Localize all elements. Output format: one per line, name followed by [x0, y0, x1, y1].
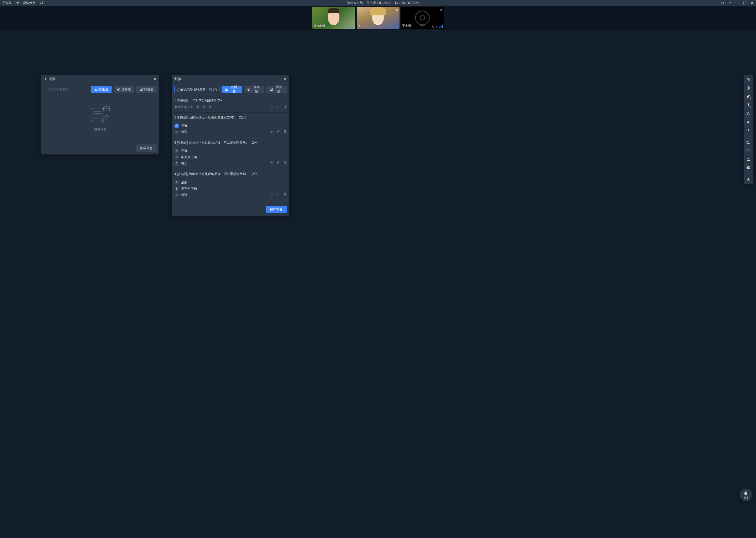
option-badge: A — [174, 148, 179, 153]
save-quiz-button[interactable]: 保存试卷 — [266, 206, 287, 213]
signal-icon — [351, 25, 354, 28]
quiz-title-input[interactable] — [44, 86, 89, 93]
question-option[interactable]: A正确 — [174, 124, 187, 128]
svg-point-1 — [730, 2, 731, 3]
short-answer-type-button[interactable]: 简答题 — [266, 86, 287, 93]
mic-muted-icon — [431, 25, 435, 28]
option-badge: C — [174, 161, 179, 166]
svg-rect-0 — [721, 2, 723, 4]
panel-close-icon[interactable] — [283, 77, 287, 81]
panel-close-icon[interactable] — [153, 77, 157, 81]
option-badge: B — [174, 186, 179, 191]
back-icon[interactable] — [44, 77, 47, 81]
settings-icon[interactable] — [728, 1, 732, 5]
eraser-tool-icon[interactable] — [746, 119, 751, 124]
pointer-tool-icon[interactable] — [746, 77, 751, 82]
option-badge: A — [174, 124, 179, 128]
video-tile-student[interactable]: 王小明 — [401, 7, 444, 28]
svg-rect-20 — [95, 88, 97, 90]
edit-icon[interactable] — [276, 192, 280, 196]
camera-icon — [391, 25, 395, 28]
quiz-title-input[interactable] — [174, 86, 219, 93]
question-title: 2 [判断题] 我国宪法上一次更新是在2020年。（2分） — [174, 115, 287, 120]
top-bar: 丢包率：0% 网络状态：良好 神秘大自然 已上课：02:34:09 ID：202… — [0, 0, 756, 6]
option-text: 正确 — [181, 124, 187, 128]
fullscreen-icon[interactable] — [743, 1, 746, 5]
svg-point-43 — [748, 167, 748, 168]
svg-rect-12 — [397, 26, 397, 27]
scissors-tool-icon[interactable] — [746, 111, 751, 116]
option-badge: A — [174, 180, 179, 185]
pen-tool-icon[interactable] — [746, 94, 751, 99]
choice-type-button[interactable]: 选择题 — [244, 86, 264, 93]
video-name: Nina — [358, 25, 364, 28]
session-id: ID：2020070324 — [395, 1, 419, 5]
question-option[interactable]: C错译 — [174, 192, 187, 197]
svg-rect-17 — [436, 26, 437, 27]
delete-icon[interactable] — [283, 192, 287, 196]
question-option[interactable]: A是的 — [174, 180, 187, 185]
choice-type-button[interactable]: 选择题 — [114, 86, 134, 93]
option-text: 是的 — [181, 180, 187, 185]
side-toolbar — [744, 75, 753, 185]
judge-type-button[interactable]: 判断题 — [91, 86, 112, 93]
empty-state: 暂无试题 — [41, 96, 159, 141]
chat-icon[interactable] — [746, 165, 751, 170]
question-title: 3 [单选题] 施华洛世奇是反华品牌，所以梁鼎琪反华。（2分） — [174, 140, 287, 145]
toolbox-icon[interactable] — [746, 148, 751, 153]
edit-icon[interactable] — [276, 130, 280, 133]
question-option[interactable]: A正确 — [174, 148, 187, 153]
question-option[interactable]: B不完全正确 — [174, 155, 197, 159]
option-text: 错译 — [181, 193, 187, 197]
move-tool-icon[interactable] — [746, 86, 751, 90]
delete-icon[interactable] — [283, 161, 287, 164]
svg-point-29 — [106, 108, 107, 109]
bell-icon[interactable] — [746, 178, 751, 182]
minimize-icon[interactable] — [735, 1, 739, 5]
text-tool-icon[interactable] — [746, 102, 751, 107]
record-icon[interactable] — [721, 1, 725, 5]
judge-type-button[interactable]: 判断题 — [221, 86, 242, 93]
move-icon[interactable] — [269, 161, 273, 164]
question-title: 1 [简答题] 一年四季分别是哪四季? — [174, 98, 287, 103]
close-icon[interactable] — [750, 1, 754, 5]
short-answer-type-button[interactable]: 简答题 — [136, 86, 157, 93]
video-tile-student[interactable]: Nina — [357, 7, 400, 28]
svg-point-38 — [748, 129, 749, 131]
user-icon[interactable] — [746, 157, 751, 162]
question-item: 1 [简答题] 一年四季分别是哪四季?参考答案：春、夏、秋、冬 — [174, 96, 287, 113]
mic-icon — [395, 25, 399, 28]
save-quiz-button[interactable]: 保存试卷 — [136, 144, 157, 152]
svg-point-40 — [748, 158, 749, 159]
move-icon[interactable] — [269, 192, 273, 196]
hand-raise-button[interactable]: 0/2 — [740, 489, 752, 501]
edit-icon[interactable] — [276, 105, 280, 109]
video-tile-teacher[interactable]: 叮当老师 — [312, 7, 355, 28]
empty-text: 暂无试题 — [94, 128, 107, 132]
network-status: 网络状态：良好 — [23, 1, 45, 5]
quiz-panel-empty: 测验 判断题 选择题 简答题 暂无试题 保存试卷 — [41, 75, 159, 154]
camera-off-icon — [415, 11, 430, 25]
video-name: 王小明 — [402, 24, 411, 28]
option-text: 正确 — [181, 149, 187, 153]
laser-tool-icon[interactable] — [746, 128, 751, 133]
question-item: 2 [判断题] 我国宪法上一次更新是在2020年。（2分）A正确B错误 — [174, 113, 287, 138]
move-icon[interactable] — [269, 105, 273, 109]
option-badge: C — [174, 192, 179, 197]
tile-close-icon[interactable] — [440, 8, 443, 11]
move-icon[interactable] — [269, 130, 273, 133]
svg-point-30 — [108, 108, 109, 109]
signal-icon — [439, 25, 443, 28]
question-option[interactable]: B错误 — [174, 130, 187, 134]
tile-close-icon[interactable] — [395, 8, 399, 11]
elapsed-time: 已上课：02:34:09 — [366, 1, 391, 5]
question-option[interactable]: C错误 — [174, 161, 187, 166]
svg-point-28 — [105, 108, 105, 109]
option-badge: B — [174, 155, 179, 159]
edit-icon[interactable] — [276, 161, 280, 164]
folder-icon[interactable] — [746, 140, 751, 145]
delete-icon[interactable] — [283, 105, 287, 109]
delete-icon[interactable] — [283, 130, 287, 133]
question-option[interactable]: B不完全正确 — [174, 186, 197, 191]
panel-title: 测验 — [49, 77, 153, 81]
